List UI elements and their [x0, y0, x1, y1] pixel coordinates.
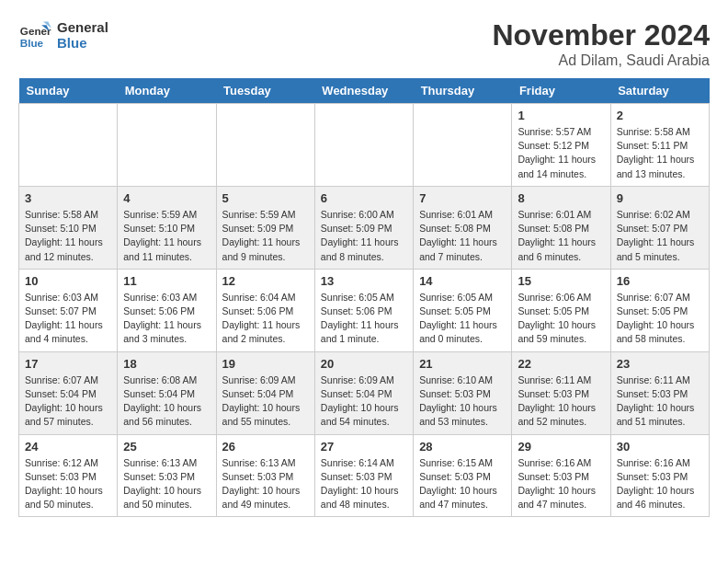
calendar-cell: 17Sunrise: 6:07 AM Sunset: 5:04 PM Dayli…: [19, 351, 118, 434]
day-info: Sunrise: 6:16 AM Sunset: 5:03 PM Dayligh…: [617, 456, 703, 512]
day-number: 27: [321, 440, 407, 454]
logo-icon: General Blue: [18, 18, 51, 52]
day-number: 1: [518, 109, 604, 122]
day-number: 28: [419, 440, 506, 454]
svg-text:Blue: Blue: [20, 37, 44, 49]
calendar-cell: 27Sunrise: 6:14 AM Sunset: 5:03 PM Dayli…: [314, 434, 413, 517]
calendar-cell: 11Sunrise: 6:03 AM Sunset: 5:06 PM Dayli…: [118, 269, 216, 351]
day-info: Sunrise: 6:04 AM Sunset: 5:06 PM Dayligh…: [222, 291, 309, 347]
calendar-table: SundayMondayTuesdayWednesdayThursdayFrid…: [18, 78, 710, 517]
header-day-thursday: Thursday: [414, 78, 512, 104]
day-number: 8: [518, 191, 604, 205]
day-info: Sunrise: 6:14 AM Sunset: 5:03 PM Dayligh…: [321, 456, 407, 512]
day-info: Sunrise: 6:13 AM Sunset: 5:03 PM Dayligh…: [123, 456, 210, 512]
header-day-tuesday: Tuesday: [216, 78, 314, 104]
day-info: Sunrise: 5:59 AM Sunset: 5:09 PM Dayligh…: [222, 208, 309, 264]
day-info: Sunrise: 6:16 AM Sunset: 5:03 PM Dayligh…: [518, 456, 604, 512]
calendar-cell: [19, 104, 118, 187]
calendar-cell: 7Sunrise: 6:01 AM Sunset: 5:08 PM Daylig…: [414, 186, 512, 269]
calendar-cell: 13Sunrise: 6:05 AM Sunset: 5:06 PM Dayli…: [314, 269, 413, 351]
week-row-2: 3Sunrise: 5:58 AM Sunset: 5:10 PM Daylig…: [19, 186, 710, 269]
day-info: Sunrise: 5:58 AM Sunset: 5:10 PM Dayligh…: [25, 208, 111, 264]
day-info: Sunrise: 5:59 AM Sunset: 5:10 PM Dayligh…: [123, 208, 210, 264]
calendar-cell: 19Sunrise: 6:09 AM Sunset: 5:04 PM Dayli…: [216, 351, 314, 434]
day-info: Sunrise: 6:09 AM Sunset: 5:04 PM Dayligh…: [222, 373, 309, 430]
header-day-sunday: Sunday: [19, 78, 118, 104]
day-number: 24: [25, 440, 111, 454]
day-number: 14: [419, 274, 506, 288]
day-number: 16: [617, 274, 703, 288]
calendar-cell: 6Sunrise: 6:00 AM Sunset: 5:09 PM Daylig…: [314, 186, 413, 269]
day-info: Sunrise: 6:05 AM Sunset: 5:05 PM Dayligh…: [419, 291, 506, 347]
day-number: 25: [123, 440, 210, 454]
day-number: 15: [518, 274, 604, 288]
day-info: Sunrise: 6:07 AM Sunset: 5:05 PM Dayligh…: [617, 291, 703, 347]
calendar-cell: [414, 104, 512, 187]
day-info: Sunrise: 6:12 AM Sunset: 5:03 PM Dayligh…: [25, 456, 111, 512]
day-number: 11: [123, 274, 210, 288]
day-number: 26: [222, 440, 309, 454]
day-number: 12: [222, 274, 309, 288]
day-info: Sunrise: 6:07 AM Sunset: 5:04 PM Dayligh…: [25, 373, 111, 430]
calendar-cell: 10Sunrise: 6:03 AM Sunset: 5:07 PM Dayli…: [19, 269, 118, 351]
calendar-cell: 16Sunrise: 6:07 AM Sunset: 5:05 PM Dayli…: [610, 269, 709, 351]
day-number: 23: [617, 357, 703, 371]
calendar-header: SundayMondayTuesdayWednesdayThursdayFrid…: [19, 78, 710, 104]
calendar-cell: 4Sunrise: 5:59 AM Sunset: 5:10 PM Daylig…: [118, 186, 216, 269]
day-info: Sunrise: 6:10 AM Sunset: 5:03 PM Dayligh…: [419, 373, 506, 430]
day-number: 6: [321, 191, 407, 205]
day-number: 13: [321, 274, 407, 288]
day-number: 30: [617, 440, 703, 454]
calendar-cell: 28Sunrise: 6:15 AM Sunset: 5:03 PM Dayli…: [414, 434, 512, 517]
calendar-cell: 15Sunrise: 6:06 AM Sunset: 5:05 PM Dayli…: [512, 269, 610, 351]
header-day-wednesday: Wednesday: [314, 78, 413, 104]
day-number: 22: [518, 357, 604, 371]
day-info: Sunrise: 6:11 AM Sunset: 5:03 PM Dayligh…: [518, 373, 604, 430]
header-row: SundayMondayTuesdayWednesdayThursdayFrid…: [19, 78, 710, 104]
day-info: Sunrise: 6:11 AM Sunset: 5:03 PM Dayligh…: [617, 373, 703, 430]
day-info: Sunrise: 5:58 AM Sunset: 5:11 PM Dayligh…: [617, 125, 703, 181]
calendar-cell: 1Sunrise: 5:57 AM Sunset: 5:12 PM Daylig…: [512, 104, 610, 187]
day-number: 20: [321, 357, 407, 371]
logo-line1: General: [57, 19, 108, 35]
logo-line2: Blue: [57, 35, 108, 51]
day-info: Sunrise: 6:15 AM Sunset: 5:03 PM Dayligh…: [419, 456, 506, 512]
day-info: Sunrise: 6:13 AM Sunset: 5:03 PM Dayligh…: [222, 456, 309, 512]
header-day-friday: Friday: [512, 78, 610, 104]
calendar-cell: 22Sunrise: 6:11 AM Sunset: 5:03 PM Dayli…: [512, 351, 610, 434]
calendar-cell: [118, 104, 216, 187]
day-number: 10: [25, 274, 111, 288]
month-title: November 2024: [492, 18, 710, 52]
day-info: Sunrise: 6:01 AM Sunset: 5:08 PM Dayligh…: [419, 208, 506, 264]
calendar-cell: 12Sunrise: 6:04 AM Sunset: 5:06 PM Dayli…: [216, 269, 314, 351]
day-info: Sunrise: 6:08 AM Sunset: 5:04 PM Dayligh…: [123, 373, 210, 430]
calendar-cell: [314, 104, 413, 187]
calendar-cell: 23Sunrise: 6:11 AM Sunset: 5:03 PM Dayli…: [610, 351, 709, 434]
day-info: Sunrise: 6:09 AM Sunset: 5:04 PM Dayligh…: [321, 373, 407, 430]
day-info: Sunrise: 6:06 AM Sunset: 5:05 PM Dayligh…: [518, 291, 604, 347]
calendar-cell: 14Sunrise: 6:05 AM Sunset: 5:05 PM Dayli…: [414, 269, 512, 351]
week-row-5: 24Sunrise: 6:12 AM Sunset: 5:03 PM Dayli…: [19, 434, 710, 517]
calendar-body: 1Sunrise: 5:57 AM Sunset: 5:12 PM Daylig…: [19, 104, 710, 517]
day-info: Sunrise: 6:05 AM Sunset: 5:06 PM Dayligh…: [321, 291, 407, 347]
calendar-cell: 21Sunrise: 6:10 AM Sunset: 5:03 PM Dayli…: [414, 351, 512, 434]
day-number: 2: [617, 109, 703, 122]
week-row-3: 10Sunrise: 6:03 AM Sunset: 5:07 PM Dayli…: [19, 269, 710, 351]
calendar-cell: 25Sunrise: 6:13 AM Sunset: 5:03 PM Dayli…: [118, 434, 216, 517]
day-number: 4: [123, 191, 210, 205]
location-subtitle: Ad Dilam, Saudi Arabia: [492, 52, 710, 69]
calendar-cell: 9Sunrise: 6:02 AM Sunset: 5:07 PM Daylig…: [610, 186, 709, 269]
day-number: 29: [518, 440, 604, 454]
calendar-cell: 30Sunrise: 6:16 AM Sunset: 5:03 PM Dayli…: [610, 434, 709, 517]
day-info: Sunrise: 6:02 AM Sunset: 5:07 PM Dayligh…: [617, 208, 703, 264]
calendar-cell: 8Sunrise: 6:01 AM Sunset: 5:08 PM Daylig…: [512, 186, 610, 269]
calendar-cell: 24Sunrise: 6:12 AM Sunset: 5:03 PM Dayli…: [19, 434, 118, 517]
day-info: Sunrise: 6:03 AM Sunset: 5:06 PM Dayligh…: [123, 291, 210, 347]
day-number: 9: [617, 191, 703, 205]
day-info: Sunrise: 6:03 AM Sunset: 5:07 PM Dayligh…: [25, 291, 111, 347]
page-header: General Blue General Blue November 2024 …: [18, 18, 710, 69]
header-day-monday: Monday: [118, 78, 216, 104]
calendar-cell: 18Sunrise: 6:08 AM Sunset: 5:04 PM Dayli…: [118, 351, 216, 434]
week-row-1: 1Sunrise: 5:57 AM Sunset: 5:12 PM Daylig…: [19, 104, 710, 187]
calendar-cell: 2Sunrise: 5:58 AM Sunset: 5:11 PM Daylig…: [610, 104, 709, 187]
